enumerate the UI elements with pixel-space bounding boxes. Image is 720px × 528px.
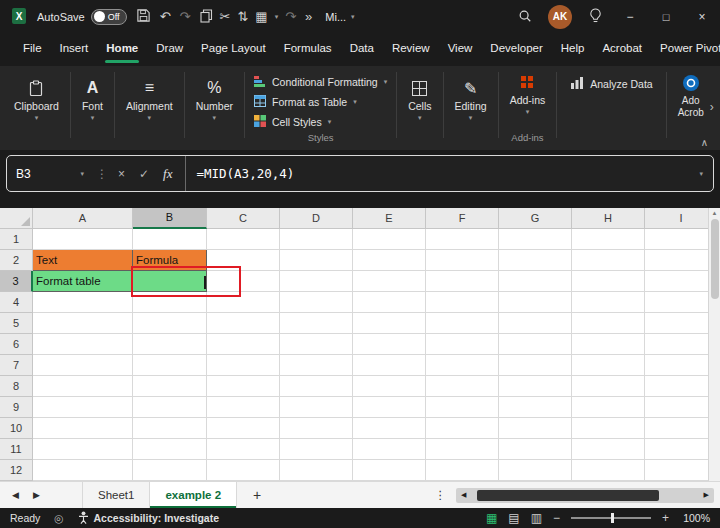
cell-A5[interactable] [33,313,133,334]
sheet-tab-sheet1[interactable]: Sheet1 [82,482,150,508]
cell-H5[interactable] [572,313,645,334]
cell-G10[interactable] [499,418,572,439]
cell-E11[interactable] [353,439,426,460]
cell-G7[interactable] [499,355,572,376]
row-header-8[interactable]: 8 [0,376,33,397]
excel-app-icon[interactable]: X [10,7,28,27]
column-header-A[interactable]: A [33,208,133,229]
cell-H11[interactable] [572,439,645,460]
cell-H7[interactable] [572,355,645,376]
cell-F2[interactable] [426,250,499,271]
menu-item-file[interactable]: File [14,33,51,66]
save-icon[interactable] [136,8,151,25]
cell-B7[interactable] [133,355,207,376]
row-header-1[interactable]: 1 [0,229,33,250]
number-group-button[interactable]: % Number ▾ [190,76,239,124]
page-break-view-icon[interactable]: ▥ [531,512,542,524]
undo-icon[interactable]: ↶ [160,10,171,23]
menu-item-acrobat[interactable]: Acrobat [593,33,651,66]
column-header-H[interactable]: H [572,208,645,229]
cell-B8[interactable] [133,376,207,397]
cell-C3[interactable] [207,271,280,292]
zoom-slider[interactable] [571,517,651,519]
sort-icon[interactable]: ⇅ [237,10,248,23]
cell-G6[interactable] [499,334,572,355]
cell-B5[interactable] [133,313,207,334]
cell-D1[interactable] [280,229,353,250]
autosave-switch[interactable]: Off [91,9,127,25]
cell-E12[interactable] [353,460,426,481]
cell-D8[interactable] [280,376,353,397]
row-header-5[interactable]: 5 [0,313,33,334]
zoom-out-icon[interactable]: − [553,512,560,524]
addins-button[interactable]: Add-ins ▾ [504,70,552,118]
zoom-slider-knob[interactable] [611,513,614,523]
editing-group-button[interactable]: ✎ Editing ▾ [449,76,493,124]
acrobat-button[interactable]: Ado Acrob [672,68,706,118]
cell-D2[interactable] [280,250,353,271]
cell-G4[interactable] [499,292,572,313]
document-title-dropdown[interactable]: Mi... ▾ [325,11,354,23]
row-header-6[interactable]: 6 [0,334,33,355]
cut-icon[interactable]: ✂ [220,10,231,23]
cell-A7[interactable] [33,355,133,376]
cell-C1[interactable] [207,229,280,250]
column-header-C[interactable]: C [207,208,280,229]
cell-D7[interactable] [280,355,353,376]
cell-F1[interactable] [426,229,499,250]
cell-E9[interactable] [353,397,426,418]
cell-H10[interactable] [572,418,645,439]
cell-B9[interactable] [133,397,207,418]
formula-input[interactable]: =MID(A3,20,4) [185,156,689,191]
column-header-G[interactable]: G [499,208,572,229]
sheet-options-icon[interactable]: ⋮ [435,488,447,502]
cell-H1[interactable] [572,229,645,250]
row-header-12[interactable]: 12 [0,460,33,481]
cell-A2[interactable]: Text [33,250,133,271]
cell-A3[interactable]: Format table [33,271,133,292]
sheet-nav-right-icon[interactable]: ▶ [33,490,40,500]
cell-C12[interactable] [207,460,280,481]
row-header-3[interactable]: 3 [0,271,33,292]
copy-icon[interactable] [200,9,213,25]
maximize-button[interactable]: □ [648,0,684,33]
cell-E3[interactable] [353,271,426,292]
select-all-corner[interactable] [0,208,33,229]
cell-F3[interactable] [426,271,499,292]
vertical-scrollbar[interactable]: ▲ [708,208,720,481]
repeat-icon[interactable]: ↷ [285,10,296,23]
toolbar-overflow-icon[interactable]: » [305,10,312,23]
autosave-toggle[interactable]: AutoSave Off [37,9,127,25]
cell-E8[interactable] [353,376,426,397]
menu-item-power-pivot[interactable]: Power Pivot [651,33,720,66]
cell-G11[interactable] [499,439,572,460]
cell-C2[interactable] [207,250,280,271]
menu-item-formulas[interactable]: Formulas [275,33,341,66]
column-header-F[interactable]: F [426,208,499,229]
menu-item-view[interactable]: View [439,33,482,66]
row-header-10[interactable]: 10 [0,418,33,439]
cells-group-button[interactable]: Cells ▾ [402,76,437,124]
add-sheet-button[interactable]: + [237,482,277,508]
cell-H8[interactable] [572,376,645,397]
alignment-group-button[interactable]: ≡ Alignment ▾ [120,76,179,124]
column-header-E[interactable]: E [353,208,426,229]
analyze-data-button[interactable]: Analyze Data [562,68,660,92]
page-layout-view-icon[interactable]: ▤ [508,512,519,524]
insert-function-button[interactable]: fx [156,166,179,182]
cell-B6[interactable] [133,334,207,355]
ribbon-scroll-right-icon[interactable]: › [706,100,718,114]
cell-F9[interactable] [426,397,499,418]
macro-record-icon[interactable]: ◎ [54,512,63,524]
clipboard-group-button[interactable]: Clipboard ▾ [8,76,65,124]
zoom-level[interactable]: 100% [680,512,710,524]
menu-item-draw[interactable]: Draw [147,33,192,66]
cell-B10[interactable] [133,418,207,439]
sheet-tab-example-2[interactable]: example 2 [150,482,237,508]
sheet-nav-left-icon[interactable]: ◀ [12,490,19,500]
row-header-2[interactable]: 2 [0,250,33,271]
format-as-table-button[interactable]: Format as Table ▾ [254,92,387,112]
normal-view-icon[interactable]: ▦ [486,512,497,524]
column-header-B[interactable]: B [133,208,207,229]
accessibility-status[interactable]: Accessibility: Investigate [78,511,219,526]
